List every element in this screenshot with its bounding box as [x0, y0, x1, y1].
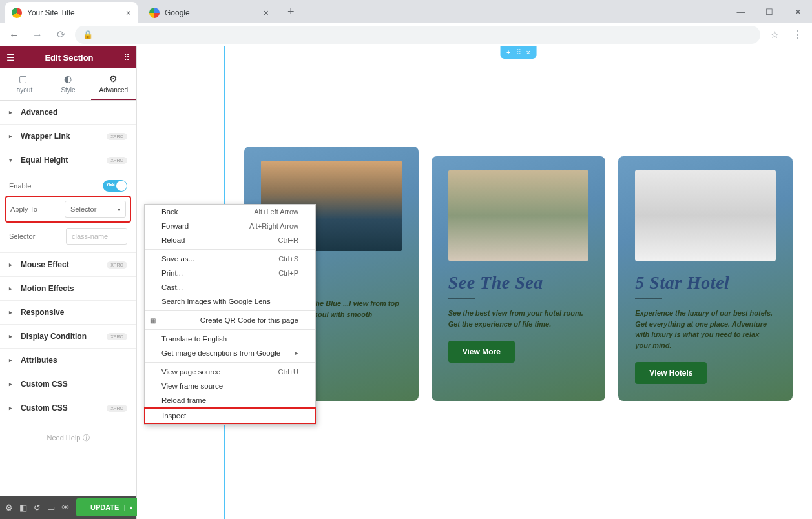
- cm-qr-code[interactable]: ▦Create QR Code for this page: [145, 313, 315, 327]
- cm-back[interactable]: BackAlt+Left Arrow: [145, 205, 315, 219]
- section-responsive[interactable]: ▸Responsive: [0, 301, 136, 325]
- chevron-down-icon: ▾: [9, 157, 14, 163]
- update-button[interactable]: UPDATE▴: [76, 498, 147, 516]
- reload-button[interactable]: ⟳: [52, 26, 70, 44]
- menu-icon[interactable]: ☰: [6, 52, 15, 63]
- cm-print[interactable]: Print...Ctrl+P: [145, 266, 315, 280]
- separator: [145, 310, 315, 311]
- responsive-icon[interactable]: ▭: [47, 503, 55, 513]
- panel-tabs: ▢Layout ◐Style ⚙Advanced: [0, 68, 136, 101]
- lock-icon: 🔒: [83, 30, 93, 39]
- pro-badge: XPRO: [107, 333, 127, 340]
- cm-search-lens[interactable]: Search images with Google Lens: [145, 294, 315, 309]
- back-button[interactable]: ←: [5, 26, 23, 44]
- apply-to-select[interactable]: Selector▾: [65, 201, 126, 218]
- history-icon[interactable]: ↺: [34, 503, 41, 513]
- close-icon[interactable]: ×: [526, 48, 530, 57]
- cm-translate[interactable]: Translate to English: [145, 332, 315, 346]
- pro-badge: XPRO: [107, 133, 127, 140]
- section-handle[interactable]: + ⠿ ×: [500, 46, 537, 59]
- settings-icon[interactable]: ⚙: [5, 503, 13, 513]
- star-icon[interactable]: ☆: [765, 26, 784, 44]
- cm-inspect[interactable]: Inspect: [145, 409, 315, 423]
- tab-style[interactable]: ◐Style: [45, 68, 90, 100]
- chevron-up-icon[interactable]: ▴: [124, 505, 132, 511]
- cm-forward[interactable]: ForwardAlt+Right Arrow: [145, 219, 315, 233]
- selector-label: Selector: [9, 232, 35, 240]
- forward-button[interactable]: →: [28, 26, 47, 44]
- chevron-right-icon: ▸: [9, 357, 14, 363]
- cm-image-descriptions[interactable]: Get image descriptions from Google▸: [145, 346, 315, 360]
- section-attributes[interactable]: ▸Attributes: [0, 349, 136, 372]
- chrome-favicon: [12, 8, 22, 18]
- grid-icon[interactable]: ⠿: [123, 52, 130, 63]
- close-icon[interactable]: ×: [264, 8, 269, 18]
- enable-toggle[interactable]: YES: [103, 180, 127, 192]
- separator: [145, 249, 315, 250]
- close-window-button[interactable]: ✕: [784, 0, 812, 23]
- chevron-right-icon: ▸: [9, 405, 14, 411]
- pro-badge: XPRO: [107, 157, 127, 164]
- chevron-down-icon: ▾: [118, 207, 120, 212]
- cm-reload-frame[interactable]: Reload frame: [145, 393, 315, 407]
- preview-icon[interactable]: 👁: [61, 503, 70, 513]
- divider: [635, 298, 662, 299]
- card-hotel[interactable]: 5 Star Hotel Experience the luxury of ou…: [618, 156, 793, 401]
- chevron-right-icon: ▸: [9, 133, 14, 139]
- address-bar[interactable]: 🔒: [75, 26, 760, 44]
- card-image: [448, 170, 589, 261]
- cm-view-frame-source[interactable]: View frame source: [145, 379, 315, 393]
- section-wrapper-link[interactable]: ▸Wrapper LinkXPRO: [0, 125, 136, 148]
- tab-title: Your Site Title: [27, 8, 75, 17]
- apply-to-label: Apply To: [10, 205, 37, 213]
- browser-nav-bar: ← → ⟳ 🔒 ☆ ⋮: [0, 23, 812, 46]
- section-motion-effects[interactable]: ▸Motion Effects: [0, 277, 136, 301]
- tab-advanced[interactable]: ⚙Advanced: [91, 68, 136, 100]
- maximize-button[interactable]: ☐: [755, 0, 784, 23]
- card-title: 5 Star Hotel: [635, 272, 776, 293]
- cm-view-source[interactable]: View page sourceCtrl+U: [145, 365, 315, 379]
- tab-layout[interactable]: ▢Layout: [0, 68, 45, 100]
- need-help-link[interactable]: Need Help ⓘ: [0, 420, 136, 456]
- apply-to-highlight: Apply To Selector▾: [5, 196, 131, 223]
- chevron-right-icon: ▸: [9, 333, 14, 340]
- card-image: [635, 170, 776, 261]
- cm-save-as[interactable]: Save as...Ctrl+S: [145, 252, 315, 266]
- panel-title: Edit Section: [45, 53, 93, 63]
- separator: [145, 362, 315, 363]
- google-favicon: [149, 8, 160, 18]
- chevron-right-icon: ▸: [9, 381, 14, 387]
- section-equal-height[interactable]: ▾Equal HeightXPRO: [0, 148, 136, 172]
- section-advanced[interactable]: ▸Advanced: [0, 101, 136, 125]
- section-display-condition[interactable]: ▸Display ConditionXPRO: [0, 325, 136, 349]
- menu-icon[interactable]: ⋮: [789, 26, 807, 44]
- pro-badge: XPRO: [107, 261, 127, 269]
- equal-height-body: Enable YES Apply To Selector▾ Selector c…: [0, 172, 136, 253]
- divider: [448, 298, 475, 299]
- navigator-icon[interactable]: ◧: [19, 503, 27, 513]
- new-tab-button[interactable]: +: [287, 5, 295, 19]
- window-controls: — ☐ ✕: [727, 0, 812, 23]
- card-button[interactable]: View More: [448, 341, 515, 363]
- cm-reload[interactable]: ReloadCtrl+R: [145, 233, 315, 247]
- qr-icon: ▦: [150, 317, 159, 324]
- section-mouse-effect[interactable]: ▸Mouse EffectXPRO: [0, 253, 136, 277]
- browser-tab[interactable]: Google ×: [143, 2, 275, 23]
- close-icon[interactable]: ×: [126, 8, 131, 18]
- style-icon: ◐: [64, 74, 72, 84]
- card-button[interactable]: View Hotels: [635, 362, 707, 384]
- drag-icon[interactable]: ⠿: [516, 48, 521, 57]
- gear-icon: ⚙: [109, 74, 118, 84]
- context-menu: BackAlt+Left Arrow ForwardAlt+Right Arro…: [144, 204, 316, 425]
- cm-cast[interactable]: Cast...: [145, 280, 315, 294]
- card-sea[interactable]: See The Sea See the best view from your …: [432, 156, 606, 401]
- chevron-right-icon: ▸: [9, 261, 14, 268]
- browser-tab-active[interactable]: Your Site Title ×: [5, 2, 138, 23]
- section-custom-css-1[interactable]: ▸Custom CSS: [0, 372, 136, 396]
- section-custom-css-2[interactable]: ▸Custom CSSXPRO: [0, 396, 136, 420]
- selector-input[interactable]: class-name: [66, 228, 127, 245]
- add-icon[interactable]: +: [506, 48, 510, 57]
- chevron-right-icon: ▸: [9, 309, 14, 316]
- minimize-button[interactable]: —: [727, 0, 755, 23]
- help-icon: ⓘ: [83, 434, 90, 442]
